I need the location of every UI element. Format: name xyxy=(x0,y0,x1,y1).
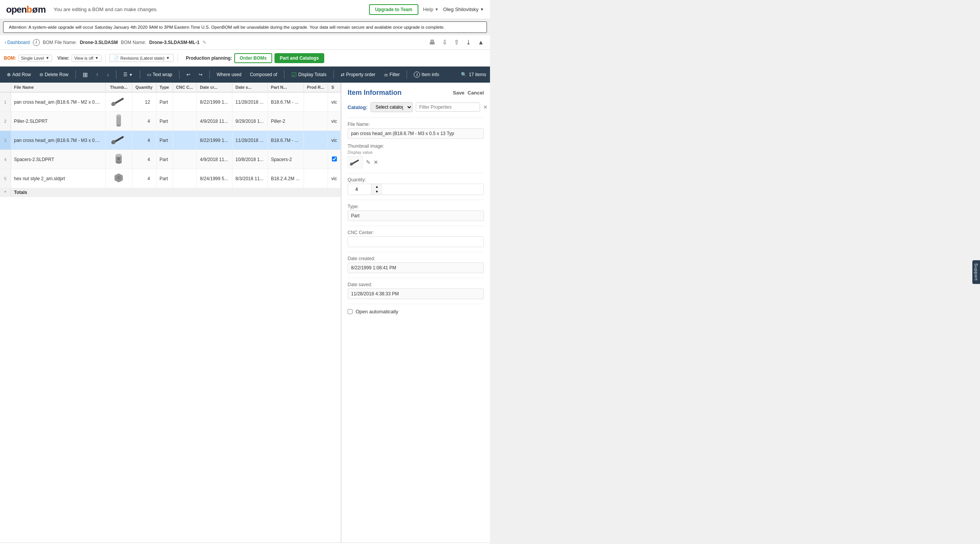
quantity-input[interactable] xyxy=(348,185,371,194)
thumb-panel: ✎ ✕ xyxy=(348,156,484,168)
totals-qty xyxy=(132,188,156,197)
edit-bom-name-icon[interactable]: ✎ xyxy=(203,40,206,45)
row-3-date-saved: 11/28/2018 ... xyxy=(232,131,268,150)
grid-icon: ⊞ xyxy=(83,71,88,78)
catalog-row: Catalog: Select catalog ✕ xyxy=(348,102,484,112)
sort-up-icon: ↑ xyxy=(96,72,98,77)
row-4-date-created: 4/9/2018 11... xyxy=(197,150,232,169)
thumb-edit-button[interactable]: ✎ xyxy=(366,159,371,165)
add-row-icon: ⊕ xyxy=(7,72,11,77)
qty-stepper-buttons[interactable]: ▲ ▼ xyxy=(371,184,382,195)
composed-of-button[interactable]: Composed of xyxy=(247,70,280,79)
row-5-cnc xyxy=(173,169,197,188)
table-row[interactable]: 1 pan cross head_am (B18.6.7M - M2 x 0..… xyxy=(0,92,341,112)
order-bom-button[interactable]: Order BOMs xyxy=(234,53,272,63)
sort-up-button[interactable]: ↑ xyxy=(93,70,101,79)
user-menu-button[interactable]: Oleg Shilovitsky ▼ xyxy=(443,7,484,12)
table-row[interactable]: 3 pan cross head_am (B18.6.7M - M3 x 0..… xyxy=(0,131,341,150)
bom-icons-right: 🖶 ⇩ ⇧ ⤓ ▲ xyxy=(428,38,485,47)
row-3-s: vic xyxy=(328,131,341,150)
help-button[interactable]: Help ▼ xyxy=(423,7,439,12)
add-row-button[interactable]: ⊕ Add Row xyxy=(4,70,34,79)
align-icon: ☰ xyxy=(123,72,127,77)
parts-catalog-button[interactable]: Part and Catalogs xyxy=(274,53,324,63)
row-1-filename: pan cross head_am (B18.6.7M - M2 x 0.... xyxy=(11,92,105,112)
row-2-thumb xyxy=(105,112,132,131)
share-icon[interactable]: ⤓ xyxy=(464,38,472,47)
info-icon[interactable]: i xyxy=(33,39,40,46)
sort-down-button[interactable]: ↓ xyxy=(104,70,112,79)
redo-button[interactable]: ↪ xyxy=(196,70,206,79)
toolbar: BOM: Single Level ▼ View: View is off ▼ … xyxy=(0,50,490,67)
item-save-button[interactable]: Save xyxy=(453,90,464,96)
filter-properties-input[interactable] xyxy=(416,103,480,112)
item-cancel-button[interactable]: Cancel xyxy=(467,90,484,96)
col-header-qty: Quantity xyxy=(132,83,156,92)
thumb-delete-button[interactable]: ✕ xyxy=(374,159,378,165)
action-sep-8 xyxy=(407,70,407,79)
row-3-cnc xyxy=(173,131,197,150)
filter-icon: ⚌ xyxy=(384,72,388,77)
spacer-icon xyxy=(109,151,128,166)
download-icon[interactable]: ⇩ xyxy=(441,38,449,47)
row-4-checkbox[interactable] xyxy=(332,156,337,161)
open-auto-checkbox[interactable] xyxy=(348,309,353,314)
undo-button[interactable]: ↩ xyxy=(183,70,193,79)
top-header: openbøm You are editing a BOM and can ma… xyxy=(0,0,490,19)
wrap-button[interactable]: ▭ Text wrap xyxy=(144,70,175,79)
bom-level-select[interactable]: Single Level ▼ xyxy=(18,55,52,62)
panel-title: Item Information xyxy=(348,89,402,97)
where-used-button[interactable]: Where used xyxy=(214,70,245,79)
checkbox-checked-icon: ☑ xyxy=(291,71,297,78)
row-4-s[interactable] xyxy=(328,150,341,169)
totals-ds xyxy=(232,188,268,197)
panel-header: Item Information Save Cancel xyxy=(348,89,484,97)
undo-icon: ↩ xyxy=(186,72,190,77)
bom-table: File Name Thumb... Quantity Type CNC C..… xyxy=(0,83,341,197)
display-totals-button[interactable]: ☑ Display Totals xyxy=(288,70,330,80)
grid-view-button[interactable]: ⊞ xyxy=(80,70,91,80)
upgrade-button[interactable]: Upgrade to Team xyxy=(369,4,418,15)
qty-increment-button[interactable]: ▲ xyxy=(374,184,380,189)
row-5-s: vic xyxy=(328,169,341,188)
row-num-3: 3 xyxy=(0,131,11,150)
align-button[interactable]: ☰ ▼ xyxy=(120,70,136,79)
filter-button[interactable]: ⚌ Filter xyxy=(381,70,403,79)
production-label: Production planning: xyxy=(186,55,232,61)
filter-properties-close-icon[interactable]: ✕ xyxy=(483,104,488,110)
row-5-prodr xyxy=(304,169,328,188)
revisions-button[interactable]: 📄 Revisions (Latest state) ▼ xyxy=(109,54,174,62)
delete-row-icon: ⊖ xyxy=(39,72,43,77)
item-info-button[interactable]: i Item info xyxy=(411,70,442,79)
quantity-stepper[interactable]: ▲ ▼ xyxy=(348,184,484,195)
row-5-date-created: 8/24/1999 5... xyxy=(197,169,232,188)
table-row[interactable]: 5 hex nut style 2_am.sldprt 4 Part 8/24/… xyxy=(0,169,341,188)
view-select[interactable]: View is off ▼ xyxy=(72,55,101,62)
field-label-quantity: Quantity: xyxy=(348,177,484,182)
upload-icon[interactable]: ⇧ xyxy=(452,38,461,47)
field-label-date-created: Date created: xyxy=(348,256,484,261)
property-order-button[interactable]: ⇄ Property order xyxy=(338,70,379,79)
catalog-select[interactable]: Select catalog xyxy=(371,102,413,112)
open-auto-label: Open automatically xyxy=(356,309,398,314)
row-2-s: vic xyxy=(328,112,341,131)
item-info-icon: i xyxy=(414,72,420,78)
collapse-icon[interactable]: ▲ xyxy=(476,38,485,47)
totals-row-num: * xyxy=(0,188,11,197)
bom-name-label: BOM Name: xyxy=(121,40,146,45)
print-icon[interactable]: 🖶 xyxy=(428,38,437,47)
svg-point-16 xyxy=(117,157,120,160)
align-chevron-icon: ▼ xyxy=(129,73,133,77)
table-row[interactable]: 4 Spacers-2.SLDPRT 4 Part 4/9/2018 11... xyxy=(0,150,341,169)
row-3-filename: pan cross head_am (B18.6.7M - M3 x 0.... xyxy=(11,131,105,150)
field-value-cnc[interactable] xyxy=(348,236,484,247)
delete-row-button[interactable]: ⊖ Delete Row xyxy=(36,70,72,79)
qty-decrement-button[interactable]: ▼ xyxy=(374,189,380,194)
table-row[interactable]: 2 Piller-2.SLDPRT 4 Part 4/9/2018 11... … xyxy=(0,112,341,131)
dashboard-link[interactable]: ‹ Dashboard xyxy=(5,40,30,45)
sort-down-icon: ↓ xyxy=(107,72,109,77)
row-1-prodr xyxy=(304,92,328,112)
row-1-qty: 12 xyxy=(132,92,156,112)
search-area: 🔍 17 items xyxy=(461,72,486,77)
col-header-date-created: Date cr... xyxy=(197,83,232,92)
